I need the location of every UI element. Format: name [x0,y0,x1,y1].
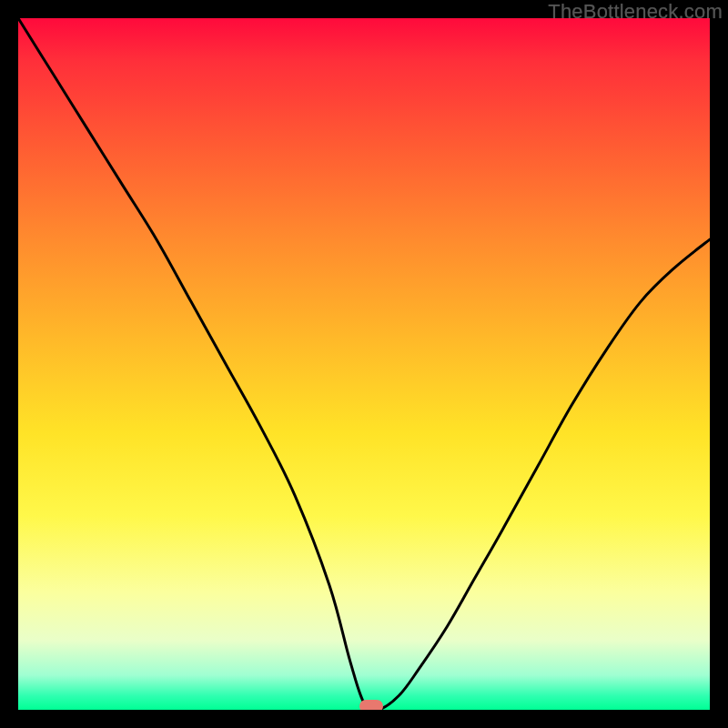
chart-frame: TheBottleneck.com [0,0,728,728]
optimal-marker [359,700,383,710]
plot-area [18,18,710,710]
bottleneck-curve [18,18,710,710]
